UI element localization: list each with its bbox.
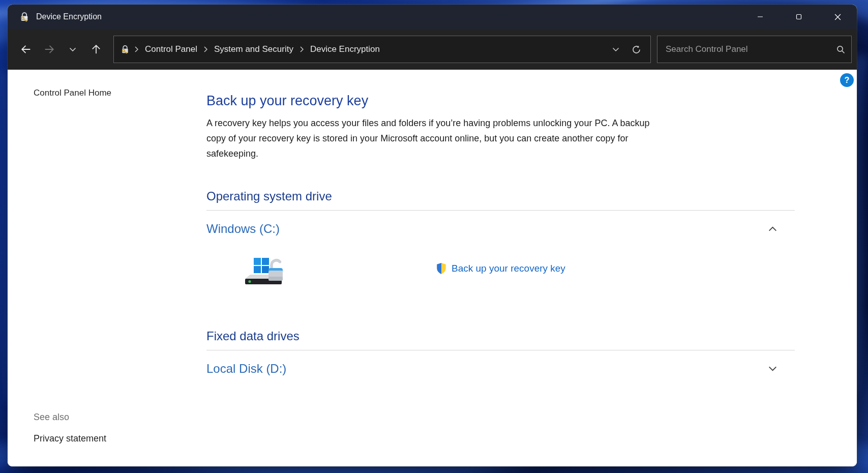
content-area: ? Control Panel Home See also Privacy st… [8, 70, 857, 466]
privacy-statement-link[interactable]: Privacy statement [34, 433, 106, 444]
main-panel: Back up your recovery key A recovery key… [206, 92, 795, 377]
control-panel-window: Device Encryption [8, 5, 857, 466]
up-button[interactable] [86, 39, 106, 60]
titlebar: Device Encryption [8, 5, 857, 29]
section-title: Operating system drive [206, 189, 795, 204]
drive-details-windows-c: Back up your recovery key [206, 249, 795, 288]
page-title: Back up your recovery key [206, 92, 795, 109]
back-button[interactable] [16, 39, 36, 60]
address-bar[interactable]: Control Panel System and Security Device… [113, 36, 651, 63]
section-divider [206, 210, 795, 211]
maximize-button[interactable] [780, 5, 818, 29]
drive-header-local-disk-d[interactable]: Local Disk (D:) [206, 361, 795, 377]
description-line: copy of your recovery key is stored in y… [206, 131, 795, 146]
chevron-right-icon [300, 46, 304, 52]
backup-action: Back up your recovery key [436, 262, 565, 275]
encrypted-os-drive-icon [243, 251, 285, 286]
section-divider [206, 350, 795, 350]
page-description: A recovery key helps you access your fil… [206, 115, 795, 161]
forward-button[interactable] [39, 39, 59, 60]
address-dropdown-chevron-icon[interactable] [606, 38, 626, 61]
section-fixed-data-drives: Fixed data drives Local Disk (D:) [206, 329, 795, 377]
uac-shield-icon [436, 262, 447, 275]
drive-name: Local Disk (D:) [206, 361, 286, 377]
section-operating-system-drive: Operating system drive Windows (C:) [206, 189, 795, 288]
search-box [657, 36, 852, 63]
section-title: Fixed data drives [206, 329, 795, 344]
window-title: Device Encryption [36, 12, 102, 21]
chevron-right-icon [135, 46, 138, 52]
search-input[interactable] [665, 44, 836, 55]
sidebar-item-control-panel-home[interactable]: Control Panel Home [34, 88, 111, 98]
navigation-toolbar: Control Panel System and Security Device… [8, 29, 857, 70]
breadcrumb-root-lock-icon [120, 44, 130, 54]
caption-buttons [741, 5, 857, 29]
drive-header-windows-c[interactable]: Windows (C:) [206, 221, 795, 237]
description-line: safekeeping. [206, 146, 795, 161]
breadcrumb-control-panel[interactable]: Control Panel [143, 43, 199, 55]
help-button[interactable]: ? [840, 73, 854, 87]
drive-name: Windows (C:) [206, 221, 280, 237]
sidebar-see-also-group: See also Privacy statement [34, 412, 106, 444]
see-also-label: See also [34, 412, 106, 423]
recent-locations-chevron-icon[interactable] [63, 39, 83, 60]
close-button[interactable] [818, 5, 857, 29]
breadcrumb-device-encryption[interactable]: Device Encryption [308, 43, 382, 55]
refresh-button[interactable] [626, 38, 646, 61]
backup-recovery-key-link[interactable]: Back up your recovery key [452, 263, 565, 274]
bitlocker-app-icon [19, 11, 30, 22]
expand-chevron-down-icon[interactable] [765, 362, 780, 376]
chevron-right-icon [204, 46, 207, 52]
description-line: A recovery key helps you access your fil… [206, 115, 795, 131]
collapse-chevron-up-icon[interactable] [765, 222, 780, 236]
nav-buttons [16, 39, 106, 60]
minimize-button[interactable] [741, 5, 780, 29]
breadcrumb-system-and-security[interactable]: System and Security [212, 43, 295, 55]
search-icon[interactable] [836, 45, 845, 54]
